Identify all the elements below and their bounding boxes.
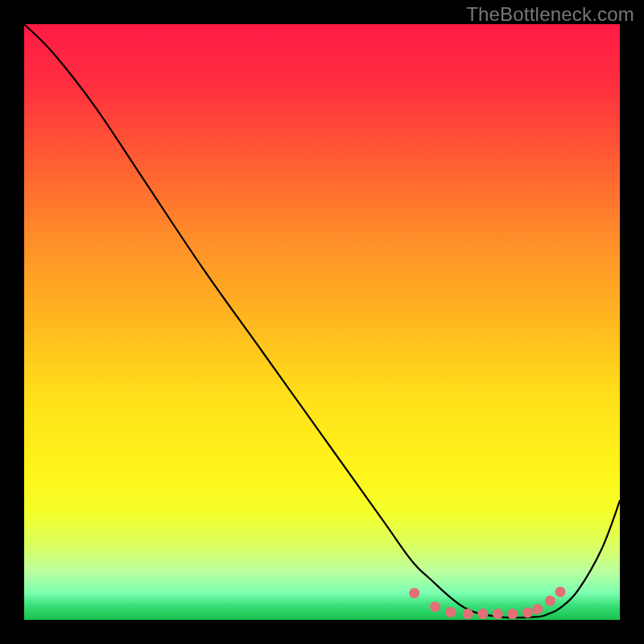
marker-dot bbox=[522, 608, 533, 618]
marker-dot bbox=[493, 609, 503, 619]
marker-dot bbox=[532, 604, 543, 614]
marker-dot bbox=[430, 601, 440, 612]
marker-dot bbox=[507, 609, 518, 619]
chart-stage: { "watermark": "TheBottleneck.com", "plo… bbox=[0, 0, 644, 644]
watermark-text: TheBottleneck.com bbox=[466, 3, 634, 26]
marker-dot bbox=[409, 588, 419, 598]
marker-dot bbox=[555, 587, 566, 597]
chart-svg bbox=[0, 0, 644, 644]
marker-dot bbox=[477, 609, 488, 619]
marker-dot bbox=[445, 607, 456, 617]
marker-dot bbox=[545, 596, 555, 606]
plot-background bbox=[24, 24, 620, 620]
marker-dot bbox=[463, 609, 473, 619]
